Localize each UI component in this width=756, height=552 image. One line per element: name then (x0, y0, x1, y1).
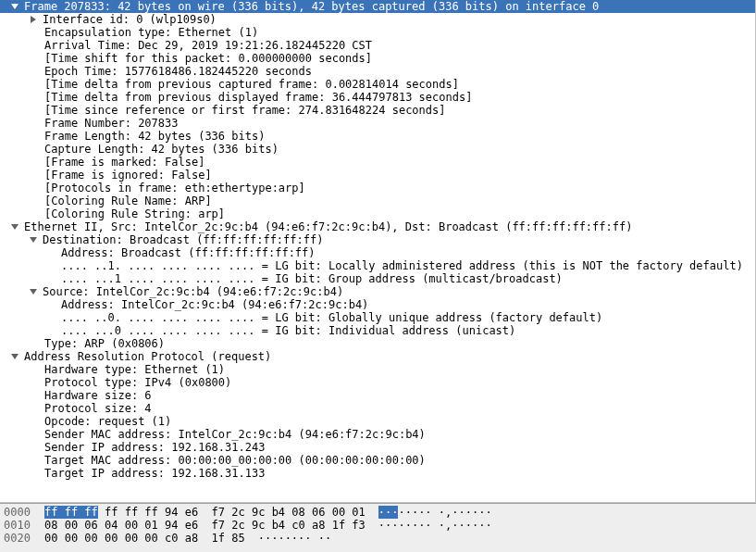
arp-hw-type-row[interactable]: Hardware type: Ethernet (1) (0, 363, 755, 376)
eth-src-row[interactable]: Source: IntelCor_2c:9c:b4 (94:e6:f7:2c:9… (0, 285, 755, 298)
ethernet-header-row[interactable]: Ethernet II, Src: IntelCor_2c:9c:b4 (94:… (0, 220, 755, 233)
encapsulation-row[interactable]: Encapsulation type: Ethernet (1) (0, 26, 755, 39)
frame-header-row[interactable]: Frame 207833: 42 bytes on wire (336 bits… (0, 0, 755, 13)
field-text: Interface id: 0 (wlp109s0) (43, 13, 217, 26)
hex-offset: 0010 (4, 519, 44, 532)
arp-proto-size-row[interactable]: Protocol size: 4 (0, 402, 755, 415)
field-text: Encapsulation type: Ethernet (1) (44, 26, 258, 39)
arp-target-mac-row[interactable]: Target MAC address: 00:00:00_00:00:00 (0… (0, 454, 755, 467)
field-text: Frame Number: 207833 (44, 117, 179, 130)
arp-sender-mac-row[interactable]: Sender MAC address: IntelCor_2c:9c:b4 (9… (0, 428, 755, 441)
eth-src-addr-row[interactable]: Address: IntelCor_2c:9c:b4 (94:e6:f7:2c:… (0, 298, 755, 311)
field-text: Opcode: request (1) (44, 415, 171, 428)
field-text: Address: IntelCor_2c:9c:b4 (94:e6:f7:2c:… (61, 298, 368, 311)
since-reference-row[interactable]: [Time since reference or first frame: 27… (0, 104, 755, 117)
field-text: .... ..1. .... .... .... .... = LG bit: … (61, 259, 743, 272)
collapse-icon[interactable] (28, 286, 39, 297)
field-text: [Time delta from previous captured frame… (44, 78, 459, 91)
hex-row-1[interactable]: 0010 08 00 06 04 00 01 94 e6 f7 2c 9c b4… (4, 519, 752, 532)
frame-marked-row[interactable]: [Frame is marked: False] (0, 156, 755, 169)
field-text: Arrival Time: Dec 29, 2019 19:21:26.1824… (44, 39, 372, 52)
hex-row-0[interactable]: 0000 ff ff ff ff ff ff 94 e6 f7 2c 9c b4… (4, 506, 752, 519)
field-text: Epoch Time: 1577618486.182445220 seconds (44, 65, 312, 78)
hex-bytes: 08 00 06 04 00 01 94 e6 f7 2c 9c b4 c0 a… (44, 519, 366, 532)
frame-number-row[interactable]: Frame Number: 207833 (0, 117, 755, 130)
field-text: [Frame is marked: False] (44, 156, 204, 169)
hex-bytes: ff ff ff ff ff ff 94 e6 f7 2c 9c b4 08 0… (44, 506, 366, 519)
hex-offset: 0000 (4, 506, 44, 519)
field-text: Type: ARP (0x0806) (44, 337, 165, 350)
arp-sender-ip-row[interactable]: Sender IP address: 192.168.31.243 (0, 441, 755, 454)
arp-proto-type-row[interactable]: Protocol type: IPv4 (0x0800) (0, 376, 755, 389)
field-text: .... ...0 .... .... .... .... = IG bit: … (61, 324, 515, 337)
collapse-icon[interactable] (9, 221, 20, 232)
field-text: Target IP address: 192.168.31.133 (44, 467, 265, 480)
field-text: [Coloring Rule Name: ARP] (44, 194, 212, 207)
arp-header-row[interactable]: Address Resolution Protocol (request) (0, 350, 755, 363)
packet-details-pane[interactable]: Frame 207833: 42 bytes on wire (336 bits… (0, 0, 756, 503)
hex-ascii: ········ ·· (258, 532, 331, 545)
eth-dst-row[interactable]: Destination: Broadcast (ff:ff:ff:ff:ff:f… (0, 233, 755, 246)
field-text: Protocol type: IPv4 (0x0800) (44, 376, 231, 389)
field-text: [Time since reference or first frame: 27… (44, 104, 445, 117)
field-text: Hardware size: 6 (44, 389, 152, 402)
protocols-row[interactable]: [Protocols in frame: eth:ethertype:arp] (0, 182, 755, 194)
eth-dst-ig-row[interactable]: .... ...1 .... .... .... .... = IG bit: … (0, 272, 755, 285)
hex-offset: 0020 (4, 532, 44, 545)
arp-hw-size-row[interactable]: Hardware size: 6 (0, 389, 755, 402)
hex-ascii: ········ ·,······ (378, 519, 492, 532)
field-text: Destination: Broadcast (ff:ff:ff:ff:ff:f… (43, 233, 323, 246)
field-text: Address: Broadcast (ff:ff:ff:ff:ff:ff) (61, 246, 316, 259)
field-text: [Frame is ignored: False] (44, 169, 212, 182)
capture-length-row[interactable]: Capture Length: 42 bytes (336 bits) (0, 143, 755, 156)
delta-displayed-row[interactable]: [Time delta from previous displayed fram… (0, 91, 755, 104)
hex-bytes: 00 00 00 00 00 00 c0 a8 1f 85 (44, 532, 245, 545)
field-text: Source: IntelCor_2c:9c:b4 (94:e6:f7:2c:9… (43, 285, 343, 298)
hex-ascii: ········ ·,······ (378, 506, 492, 519)
field-text: Sender MAC address: IntelCor_2c:9c:b4 (9… (44, 428, 426, 441)
field-text: Ethernet II, Src: IntelCor_2c:9c:b4 (94:… (24, 220, 632, 233)
arrival-time-row[interactable]: Arrival Time: Dec 29, 2019 19:21:26.1824… (0, 39, 755, 52)
field-text: Capture Length: 42 bytes (336 bits) (44, 143, 279, 156)
time-shift-row[interactable]: [Time shift for this packet: 0.000000000… (0, 52, 755, 65)
field-text: [Protocols in frame: eth:ethertype:arp] (44, 182, 305, 194)
field-text: .... ...1 .... .... .... .... = IG bit: … (61, 272, 563, 285)
expand-icon[interactable] (28, 14, 39, 25)
hex-dump-pane[interactable]: 0000 ff ff ff ff ff ff 94 e6 f7 2c 9c b4… (0, 503, 756, 552)
coloring-name-row[interactable]: [Coloring Rule Name: ARP] (0, 194, 755, 207)
delta-captured-row[interactable]: [Time delta from previous captured frame… (0, 78, 755, 91)
epoch-time-row[interactable]: Epoch Time: 1577618486.182445220 seconds (0, 65, 755, 78)
eth-dst-addr-row[interactable]: Address: Broadcast (ff:ff:ff:ff:ff:ff) (0, 246, 755, 259)
collapse-icon[interactable] (9, 351, 20, 362)
hex-row-2[interactable]: 0020 00 00 00 00 00 00 c0 a8 1f 85 ·····… (4, 532, 752, 545)
collapse-icon[interactable] (9, 1, 20, 12)
eth-type-row[interactable]: Type: ARP (0x0806) (0, 337, 755, 350)
field-text: [Coloring Rule String: arp] (44, 207, 225, 220)
frame-length-row[interactable]: Frame Length: 42 bytes (336 bits) (0, 130, 755, 143)
frame-summary: Frame 207833: 42 bytes on wire (336 bits… (24, 0, 599, 13)
frame-ignored-row[interactable]: [Frame is ignored: False] (0, 169, 755, 182)
arp-target-ip-row[interactable]: Target IP address: 192.168.31.133 (0, 467, 755, 480)
eth-src-ig-row[interactable]: .... ...0 .... .... .... .... = IG bit: … (0, 324, 755, 337)
field-text: Frame Length: 42 bytes (336 bits) (44, 130, 265, 143)
field-text: Hardware type: Ethernet (1) (44, 363, 225, 376)
interface-id-row[interactable]: Interface id: 0 (wlp109s0) (0, 13, 755, 26)
field-text: Target MAC address: 00:00:00_00:00:00 (0… (44, 454, 426, 467)
field-text: Address Resolution Protocol (request) (24, 350, 271, 363)
field-text: [Time delta from previous displayed fram… (44, 91, 472, 104)
eth-dst-lg-row[interactable]: .... ..1. .... .... .... .... = LG bit: … (0, 259, 755, 272)
arp-opcode-row[interactable]: Opcode: request (1) (0, 415, 755, 428)
field-text: Sender IP address: 192.168.31.243 (44, 441, 265, 454)
collapse-icon[interactable] (28, 234, 39, 245)
field-text: [Time shift for this packet: 0.000000000… (44, 52, 372, 65)
coloring-string-row[interactable]: [Coloring Rule String: arp] (0, 207, 755, 220)
field-text: .... ..0. .... .... .... .... = LG bit: … (61, 311, 602, 324)
eth-src-lg-row[interactable]: .... ..0. .... .... .... .... = LG bit: … (0, 311, 755, 324)
field-text: Protocol size: 4 (44, 402, 152, 415)
